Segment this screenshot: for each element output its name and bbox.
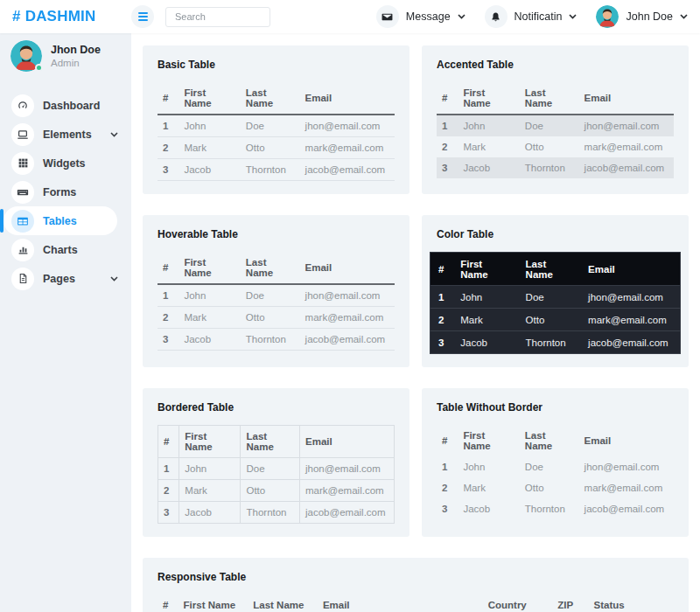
content-area: Basic Table #First NameLast NameEmail1Jo… [131, 33, 700, 612]
basic-table-card: Basic Table #First NameLast NameEmail1Jo… [143, 45, 410, 194]
hoverable-table-card: Hoverable Table #First NameLast NameEmai… [143, 215, 410, 367]
messages-dropdown[interactable]: Message [376, 5, 466, 28]
sidebar-item-label: Dashboard [43, 100, 100, 112]
table-row: 1JohnDoejhon@email.com [158, 284, 395, 307]
table-cell: John [452, 286, 517, 309]
card-title: Table Without Border [437, 401, 674, 414]
table-cell: Otto [520, 477, 579, 498]
responsive-table: #First NameLast NameEmailCountryZIPStatu… [158, 595, 674, 612]
column-header: Last Name [248, 595, 318, 612]
table-cell: Mark [179, 480, 241, 502]
widgets-icon [11, 152, 34, 175]
sidebar-item-tables[interactable]: Tables [4, 206, 117, 235]
table-header-row: #First NameLast NameEmailCountryZIPStatu… [158, 595, 674, 612]
user-avatar [596, 5, 619, 28]
sidebar-item-label: Widgets [43, 157, 86, 170]
dashboard-icon [11, 94, 34, 117]
sidebar-item-dashboard[interactable]: Dashboard [4, 91, 131, 120]
column-header: Email [300, 252, 395, 284]
sidebar-item-label: Pages [43, 273, 75, 285]
column-header: Country [483, 595, 553, 612]
table-cell: jacob@email.com [580, 331, 680, 354]
table-cell: John [178, 284, 240, 307]
column-header: Email [300, 82, 395, 115]
table-cell: Jacob [179, 502, 241, 524]
user-menu[interactable]: John Doe [596, 5, 688, 28]
column-header: Last Name [520, 425, 579, 456]
sidebar-user-role: Admin [51, 58, 101, 68]
notifications-label: Notificatin [514, 10, 563, 23]
column-header: First Name [178, 595, 248, 612]
sidebar-item-label: Elements [43, 129, 92, 141]
table-cell: jacob@email.com [299, 502, 394, 524]
table-cell: jhon@email.com [299, 458, 394, 480]
envelope-icon [376, 5, 399, 28]
table-header-row: #First NameLast NameEmail [437, 82, 674, 115]
responsive-table-card: Responsive Table #First NameLast NameEma… [143, 558, 689, 612]
table-cell: John [458, 115, 519, 136]
table-cell: Mark [458, 136, 519, 157]
sidebar-nav: Dashboard Elements Widgets Forms [0, 91, 131, 293]
card-title: Responsive Table [158, 571, 674, 583]
table-row: 1JohnDoejhon@email.com [437, 115, 674, 136]
borderless-table-card: Table Without Border #First NameLast Nam… [422, 388, 689, 537]
sidebar-item-pages[interactable]: Pages [4, 264, 131, 293]
forms-icon [11, 181, 34, 204]
row-index: 2 [158, 480, 179, 502]
table-cell: Jacob [178, 159, 240, 181]
sidebar: Jhon Doe Admin Dashboard Elements Widget… [0, 33, 131, 612]
table-cell: Mark [452, 309, 517, 331]
table-cell: jhon@email.com [300, 115, 395, 137]
table-cell: jhon@email.com [579, 115, 674, 136]
chevron-down-icon [458, 14, 466, 19]
sidebar-item-elements[interactable]: Elements [4, 120, 131, 149]
column-header: Last Name [520, 82, 579, 115]
table-row: 1JohnDoejhon@email.com [158, 458, 395, 480]
row-index: 2 [158, 137, 178, 159]
column-header: Last Name [518, 253, 581, 286]
table-cell: Thornton [520, 157, 579, 178]
table-cell: mark@email.com [300, 137, 395, 159]
sidebar-item-forms[interactable]: Forms [4, 177, 131, 206]
card-title: Accented Table [437, 59, 674, 71]
table-row: 2MarkOttomark@email.com [158, 480, 395, 502]
sidebar-item-label: Tables [43, 215, 77, 227]
column-header: Status [589, 595, 674, 612]
notifications-dropdown[interactable]: Notificatin [485, 5, 578, 28]
table-row: 2MarkOttomark@email.com [430, 309, 681, 331]
chevron-down-icon [110, 132, 118, 137]
messages-label: Message [406, 10, 451, 23]
column-header: First Name [178, 82, 240, 115]
table-cell: jacob@email.com [300, 329, 395, 351]
chevron-down-icon [569, 14, 577, 19]
sidebar-item-widgets[interactable]: Widgets [4, 149, 131, 177]
sidebar-user-card: Jhon Doe Admin [0, 33, 131, 82]
row-index: 3 [437, 157, 458, 178]
table-cell: Doe [241, 458, 300, 480]
table-cell: Jacob [458, 498, 519, 519]
table-header-row: #First NameLast NameEmail [158, 252, 395, 284]
table-cell: Doe [241, 115, 300, 137]
column-header: # [158, 82, 178, 115]
table-row: 3JacobThorntonjacob@email.com [437, 498, 674, 519]
table-header-row: #First NameLast NameEmail [158, 426, 395, 458]
table-cell: jacob@email.com [579, 157, 674, 178]
column-header: First Name [179, 426, 241, 458]
column-header: Email [580, 253, 680, 286]
menu-toggle-button[interactable] [131, 5, 154, 28]
brand-logo: #DASHMIN [12, 8, 131, 25]
table-cell: Thornton [241, 159, 300, 181]
column-header: # [437, 425, 458, 456]
table-cell: Thornton [518, 331, 581, 354]
table-row: 2MarkOttomark@email.com [158, 137, 395, 159]
table-cell: mark@email.com [299, 480, 394, 502]
column-header: Email [318, 595, 483, 612]
sidebar-item-charts[interactable]: Charts [4, 235, 131, 264]
bordered-table: #First NameLast NameEmail1JohnDoejhon@em… [158, 425, 395, 524]
table-cell: Mark [178, 137, 240, 159]
table-cell: jhon@email.com [300, 284, 395, 307]
row-index: 2 [430, 309, 453, 331]
color-table-card: Color Table #First NameLast NameEmail1Jo… [422, 215, 689, 367]
table-cell: Mark [178, 307, 240, 329]
search-input[interactable] [165, 7, 270, 27]
